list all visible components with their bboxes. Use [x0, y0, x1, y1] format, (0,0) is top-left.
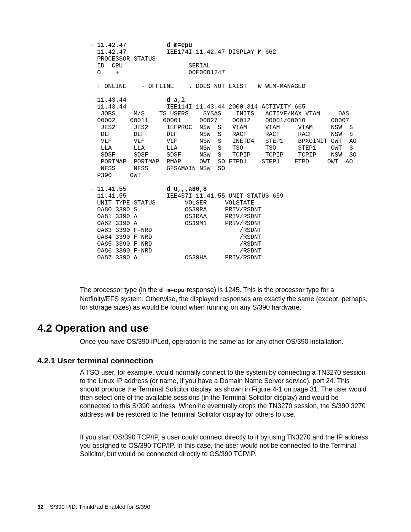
page-number: 32: [37, 503, 44, 510]
paragraph-operation: Once you have OS/390 IPLed, operation is…: [80, 337, 369, 346]
inline-command: d m=cpu: [159, 287, 185, 294]
subsection-heading-4-2-1: 4.2.1 User terminal connection: [37, 356, 153, 365]
paragraph-tcpip: If you start OS/390 TCP/IP, a user could…: [80, 433, 369, 458]
terminal-output: - 11.42.47 d m=cpu 11.42.47 IEE174I 11.4…: [90, 42, 357, 261]
paragraph-tso-connection: A TSO user, for example, would normally …: [80, 368, 369, 419]
footer-title: S/390 PID: ThinkPad Enabled for S/390: [50, 503, 150, 510]
section-heading-4-2: 4.2 Operation and use: [37, 322, 149, 334]
page-footer: 32S/390 PID: ThinkPad Enabled for S/390: [37, 503, 150, 510]
paragraph-processor-type: The processor type (in the d m=cpu respo…: [80, 286, 369, 312]
